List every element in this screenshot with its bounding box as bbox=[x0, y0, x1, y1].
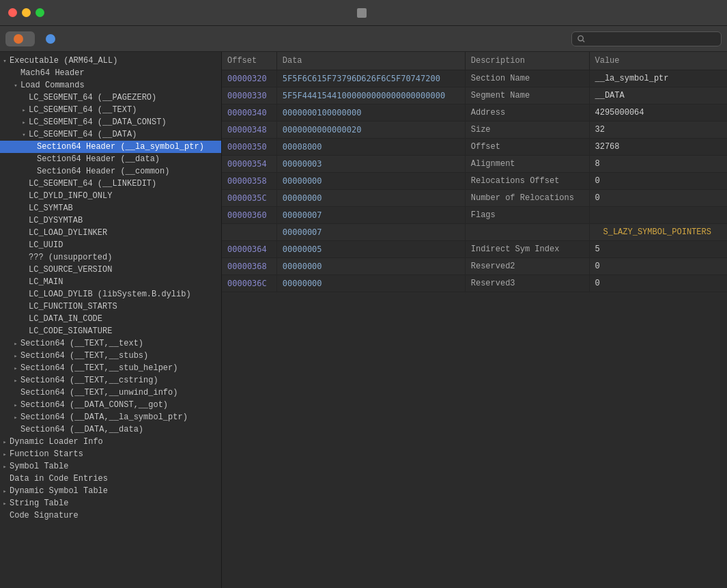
sidebar-item-executable[interactable]: Executable (ARM64_ALL) bbox=[0, 55, 221, 67]
sidebar-item-sec64_data[interactable]: Section64 Header (__data) bbox=[0, 153, 221, 165]
sidebar-item-label: Dynamic Symbol Table bbox=[10, 486, 108, 496]
cell-description: Indirect Sym Index bbox=[465, 241, 589, 258]
content-area: Offset Data Description Value 000003205F… bbox=[222, 52, 727, 588]
table-row: 0000035800000000Relocations Offset0 bbox=[222, 173, 727, 190]
sidebar-item-string_table[interactable]: String Table bbox=[0, 497, 221, 509]
table-row: 0000036000000007Flags bbox=[222, 207, 727, 224]
sidebar-item-lc_seg_text[interactable]: LC_SEGMENT_64 (__TEXT) bbox=[0, 104, 221, 116]
sidebar-item-lc_seg_data_const[interactable]: LC_SEGMENT_64 (__DATA_CONST) bbox=[0, 116, 221, 128]
sidebar-item-lc_load_dylib[interactable]: LC_LOAD_DYLIB (libSystem.B.dylib) bbox=[0, 288, 221, 300]
chevron-icon bbox=[19, 277, 29, 287]
table-row: 0000035000008000Offset32768 bbox=[222, 139, 727, 156]
sidebar-item-label: Load Commands bbox=[20, 81, 85, 90]
chevron-icon bbox=[19, 105, 29, 115]
sidebar-item-label: Section64 (__DATA,__la_symbol_ptr) bbox=[20, 412, 188, 422]
chevron-icon bbox=[11, 81, 20, 90]
minimize-button[interactable] bbox=[22, 8, 31, 17]
sidebar-item-sec64_common[interactable]: Section64 Header (__common) bbox=[0, 165, 221, 178]
chevron-icon bbox=[0, 474, 10, 484]
chevron-icon bbox=[19, 216, 29, 225]
chevron-icon bbox=[0, 462, 10, 471]
chevron-icon bbox=[0, 56, 10, 66]
search-box bbox=[571, 31, 722, 46]
cell-offset: 00000368 bbox=[222, 258, 276, 275]
table-row: 00000007S_LAZY_SYMBOL_POINTERS bbox=[222, 224, 727, 241]
sidebar-item-lc_symtab[interactable]: LC_SYMTAB bbox=[0, 202, 221, 214]
cell-description: Relocations Offset bbox=[465, 173, 589, 190]
cell-data: 00000000 bbox=[276, 275, 465, 292]
sidebar-item-lc_seg_data[interactable]: LC_SEGMENT_64 (__DATA) bbox=[0, 128, 221, 141]
chevron-icon bbox=[11, 351, 20, 361]
sidebar-item-label: Section64 (__DATA,__data) bbox=[20, 425, 143, 434]
sidebar-item-function_starts[interactable]: Function Starts bbox=[0, 448, 221, 460]
sidebar-item-data_in_code[interactable]: Data in Code Entries bbox=[0, 473, 221, 485]
sidebar-item-lc_seg_linkedit[interactable]: LC_SEGMENT_64 (__LINKEDIT) bbox=[0, 178, 221, 190]
cell-offset: 00000360 bbox=[222, 207, 276, 224]
close-button[interactable] bbox=[8, 8, 17, 17]
sidebar-item-label: Code Signature bbox=[10, 511, 79, 520]
sidebar-item-lc_source_version[interactable]: LC_SOURCE_VERSION bbox=[0, 264, 221, 276]
cell-data: 00008000 bbox=[276, 139, 465, 156]
sidebar-item-label: Function Starts bbox=[10, 449, 83, 459]
sidebar-item-label: LC_CODE_SIGNATURE bbox=[29, 326, 112, 336]
sidebar-item-label: LC_MAIN bbox=[29, 277, 63, 287]
sidebar-item-sec64_text_unwind_info[interactable]: Section64 (__TEXT,__unwind_info) bbox=[0, 387, 221, 399]
sidebar-item-lc_unsupported[interactable]: ??? (unsupported) bbox=[0, 251, 221, 264]
sidebar-item-lc_data_in_code[interactable]: LC_DATA_IN_CODE bbox=[0, 313, 221, 325]
sidebar-item-label: LC_SYMTAB bbox=[29, 204, 73, 213]
sidebar-item-sec64_text_cstring[interactable]: Section64 (__TEXT,__cstring) bbox=[0, 374, 221, 387]
sidebar-item-sec64_data_data[interactable]: Section64 (__DATA,__data) bbox=[0, 423, 221, 436]
sidebar-item-mach64header[interactable]: Mach64 Header bbox=[0, 67, 221, 79]
sidebar-item-lc_main[interactable]: LC_MAIN bbox=[0, 276, 221, 288]
sidebar-item-label: LC_SOURCE_VERSION bbox=[29, 265, 112, 275]
sidebar-item-dynamic_loader_info[interactable]: Dynamic Loader Info bbox=[0, 436, 221, 448]
chevron-icon bbox=[19, 179, 29, 188]
col-data: Data bbox=[276, 52, 465, 70]
sidebar-item-label: Symbol Table bbox=[10, 462, 68, 471]
sidebar-item-lc_dysymtab[interactable]: LC_DYSYMTAB bbox=[0, 214, 221, 227]
search-input[interactable] bbox=[588, 34, 715, 44]
sidebar-item-label: Section64 (__DATA_CONST,__got) bbox=[20, 400, 168, 410]
sidebar-item-label: Section64 (__TEXT,__stub_helper) bbox=[20, 363, 177, 373]
sidebar-item-sec64_data_const_got[interactable]: Section64 (__DATA_CONST,__got) bbox=[0, 399, 221, 411]
sidebar-item-symbol_table[interactable]: Symbol Table bbox=[0, 460, 221, 473]
chevron-icon bbox=[11, 425, 20, 434]
window-title bbox=[357, 8, 371, 18]
cell-value: 32 bbox=[589, 122, 727, 139]
titlebar bbox=[0, 0, 727, 26]
sidebar-item-lc_dyld_info[interactable]: LC_DYLD_INFO_ONLY bbox=[0, 190, 221, 202]
cell-offset: 00000354 bbox=[222, 156, 276, 173]
sidebar-item-label: Dynamic Loader Info bbox=[10, 437, 103, 447]
svg-line-1 bbox=[583, 40, 584, 42]
sidebar-item-lc_function_starts[interactable]: LC_FUNCTION_STARTS bbox=[0, 300, 221, 313]
sidebar-item-label: Section64 Header (__common) bbox=[37, 167, 169, 176]
sidebar-item-label: Data in Code Entries bbox=[10, 474, 108, 484]
sidebar-item-sec64_text_stub_helper[interactable]: Section64 (__TEXT,__stub_helper) bbox=[0, 362, 221, 374]
chevron-icon bbox=[0, 486, 10, 496]
sidebar-item-label: Section64 (__TEXT,__unwind_info) bbox=[20, 388, 177, 397]
sidebar-item-sec64_text_text[interactable]: Section64 (__TEXT,__text) bbox=[0, 337, 221, 350]
sidebar-item-sec64_text_stubs[interactable]: Section64 (__TEXT,__stubs) bbox=[0, 350, 221, 362]
maximize-button[interactable] bbox=[35, 8, 44, 17]
cell-data: 00000007 bbox=[276, 207, 465, 224]
sidebar-item-sec64_data_la_symbol_ptr[interactable]: Section64 (__DATA,__la_symbol_ptr) bbox=[0, 411, 221, 423]
sidebar-item-label: Section64 (__TEXT,__text) bbox=[20, 339, 143, 348]
rva-tab[interactable] bbox=[38, 31, 67, 46]
cell-offset: 00000364 bbox=[222, 241, 276, 258]
sidebar-item-label: LC_UUID bbox=[29, 240, 63, 250]
sidebar-item-code_signature[interactable]: Code Signature bbox=[0, 509, 221, 522]
sidebar-item-lc_seg_pagezero[interactable]: LC_SEGMENT_64 (__PAGEZERO) bbox=[0, 92, 221, 104]
sidebar-item-lc_code_signature[interactable]: LC_CODE_SIGNATURE bbox=[0, 325, 221, 337]
sidebar-item-sec64_la_symbol_ptr[interactable]: Section64 Header (__la_symbol_ptr) bbox=[0, 141, 221, 153]
cell-data: 00000003 bbox=[276, 156, 465, 173]
raw-tab[interactable] bbox=[5, 31, 35, 46]
sidebar-item-dynamic_symbol_table[interactable]: Dynamic Symbol Table bbox=[0, 485, 221, 497]
sidebar-item-lc_load_dylinker[interactable]: LC_LOAD_DYLINKER bbox=[0, 227, 221, 239]
table-row: 000003305F5F4441544100000000000000000000… bbox=[222, 87, 727, 104]
col-offset: Offset bbox=[222, 52, 276, 70]
cell-offset: 00000358 bbox=[222, 173, 276, 190]
sidebar-item-loadcmds[interactable]: Load Commands bbox=[0, 79, 221, 92]
sidebar-item-lc_uuid[interactable]: LC_UUID bbox=[0, 239, 221, 251]
chevron-icon bbox=[0, 449, 10, 459]
cell-offset: 00000348 bbox=[222, 122, 276, 139]
